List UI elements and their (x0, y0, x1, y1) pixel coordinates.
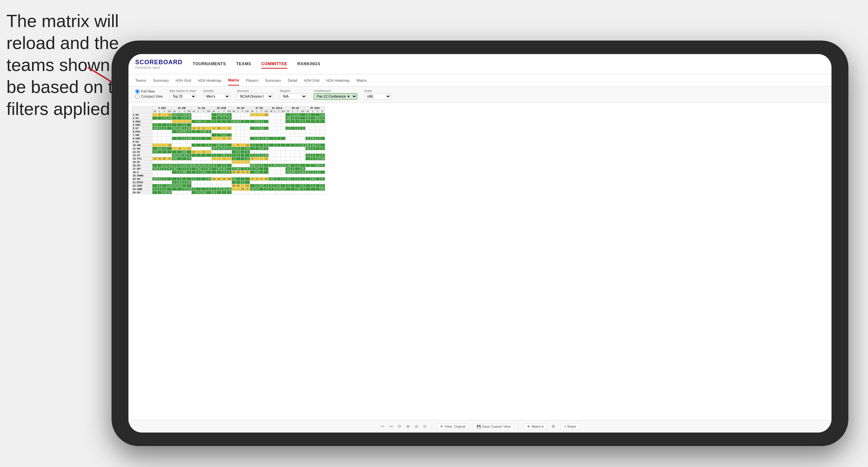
matrix-cell (277, 161, 281, 164)
radio-full-view[interactable]: Full View (135, 89, 163, 94)
matrix-cell: 25 (315, 164, 320, 167)
matrix-cell (259, 113, 264, 117)
matrix-cell (211, 133, 216, 137)
matrix-cell (245, 164, 250, 167)
matrix-cell: 12 (192, 150, 196, 154)
radio-compact-view-input[interactable] (135, 94, 140, 99)
save-custom-view-button[interactable]: 💾 Save Custom View (474, 423, 513, 430)
subnav-h2h-heatmap2[interactable]: H2H Heatmap (326, 76, 350, 85)
matrix-cell (201, 117, 206, 120)
matrix-cell (162, 133, 167, 137)
matrix-cell: -10 (167, 113, 172, 117)
zoom-fit-icon[interactable]: ⊙ (423, 424, 427, 429)
matrix-cell (305, 120, 310, 123)
matrix-cell: 1 (259, 154, 264, 157)
options-icon[interactable]: ⚙ (552, 424, 555, 429)
matrix-cell (167, 133, 172, 137)
matrix-cell (167, 140, 172, 144)
matrix-cell (201, 137, 206, 140)
watch-button[interactable]: 👁 Watch ▾ (524, 423, 547, 430)
filter-team-select[interactable]: (All) (364, 93, 391, 100)
matrix-cell (236, 117, 240, 120)
nav-teams[interactable]: TEAMS (236, 60, 251, 69)
filter-gender-select[interactable]: Men's Women's (203, 93, 230, 100)
matrix-cell: 4 (269, 188, 274, 191)
matrix-cell (286, 133, 291, 137)
matrix-cell (162, 171, 167, 174)
matrix-cell (250, 184, 255, 188)
matrix-cell (250, 137, 255, 140)
matrix-cell: 1 (226, 127, 232, 130)
subnav-h2h-grid2[interactable]: H2H Grid (304, 76, 319, 85)
matrix-cell (291, 188, 295, 191)
filter-max-teams-select[interactable]: Top 25 Top 50 All (169, 93, 196, 100)
save-icon: 💾 (477, 425, 481, 428)
matrix-cell (310, 188, 315, 191)
matrix-cell (192, 154, 196, 157)
matrix-cell: 25 (315, 117, 320, 120)
view-original-button[interactable]: 👁 View: Original (437, 423, 469, 430)
matrix-cell (177, 123, 182, 127)
matrix-cell: 25 (305, 144, 310, 147)
matrix-cell (196, 113, 201, 117)
matrix-cell: 3 (320, 177, 325, 181)
row-header-9: 10. UW (132, 144, 152, 147)
radio-compact-view[interactable]: Compact View (135, 94, 163, 99)
matrix-cell: -5 (162, 117, 167, 120)
matrix-cell: -10 (286, 171, 291, 174)
table-row: 2. VU-5-102-540-20221225-5 (132, 117, 325, 120)
nav-rankings[interactable]: RANKINGS (297, 60, 320, 69)
filter-conference-select[interactable]: Pac-12 Conference ▼ (All) ACC Big Ten (314, 93, 357, 100)
matrix-cell (286, 120, 291, 123)
nav-committee[interactable]: COMMITTEE (261, 60, 287, 69)
matrix-cell: 3 (177, 171, 182, 174)
top-nav: SCOREBOARD Powered by clippd TOURNAMENTS… (128, 54, 831, 74)
subnav-summary[interactable]: Summary (153, 76, 169, 85)
matrix-cell (250, 171, 255, 174)
matrix-cell (245, 123, 250, 127)
nav-tournaments[interactable]: TOURNAMENTS (193, 60, 226, 69)
matrix-cell: 4 (158, 167, 162, 171)
subnav-teams[interactable]: Teams (135, 76, 146, 85)
matrix-cell (172, 147, 177, 150)
matrix-cell: 0 (291, 113, 295, 117)
matrix-cell (259, 140, 264, 144)
matrix-cell (236, 188, 240, 191)
matrix-cell (277, 130, 281, 133)
matrix-cell (162, 140, 167, 144)
subnav-players[interactable]: Players (246, 76, 258, 85)
matrix-cell: 5 (152, 188, 158, 191)
zoom-out-icon[interactable]: ⊖ (415, 424, 418, 429)
matrix-cell (192, 130, 196, 133)
matrix-cell (264, 150, 269, 154)
radio-full-view-input[interactable] (135, 89, 140, 94)
filter-region-select[interactable]: N/A East West (280, 93, 307, 100)
matrix-cell: 1 (264, 184, 269, 188)
table-row: 3. ASU-20-5-525251250 (132, 120, 325, 123)
matrix-cell (167, 127, 172, 130)
matrix-area[interactable]: 3. ASU 10. UW 11. UA 22. UCB 24. UO 27. … (128, 103, 831, 420)
refresh-icon[interactable]: ⟳ (398, 424, 401, 429)
col-header-uo: 24. UO (232, 106, 250, 110)
matrix-cell: -20 (162, 191, 167, 194)
matrix-cell: -10 (295, 188, 300, 191)
matrix-cell (152, 161, 158, 164)
matrix-cell (245, 113, 250, 117)
undo-icon[interactable]: ↩ (381, 424, 384, 429)
redo-icon[interactable]: ↪ (389, 424, 393, 429)
matrix-cell (245, 161, 250, 164)
subnav-h2h-grid[interactable]: H2H Grid (175, 76, 191, 85)
subnav-h2h-heatmap[interactable]: H2H Heatmap (198, 76, 221, 85)
row-header-19: 20. UG (132, 177, 152, 181)
subnav-detail[interactable]: Detail (288, 76, 297, 85)
matrix-cell: -5 (206, 188, 211, 191)
matrix-cell (259, 130, 264, 133)
subnav-matrix2[interactable]: Matrix (357, 76, 367, 85)
share-button[interactable]: ↗ Share (560, 423, 579, 430)
subnav-matrix[interactable]: Matrix (228, 75, 239, 85)
zoom-in-icon[interactable]: ⊕ (406, 424, 410, 429)
subnav-summary2[interactable]: Summary (265, 76, 281, 85)
filter-division-select[interactable]: NCAA Division I NCAA Division II NCAA Di… (237, 93, 273, 100)
matrix-cell: -5 (320, 117, 325, 120)
matrix-cell: -10 (245, 144, 250, 147)
